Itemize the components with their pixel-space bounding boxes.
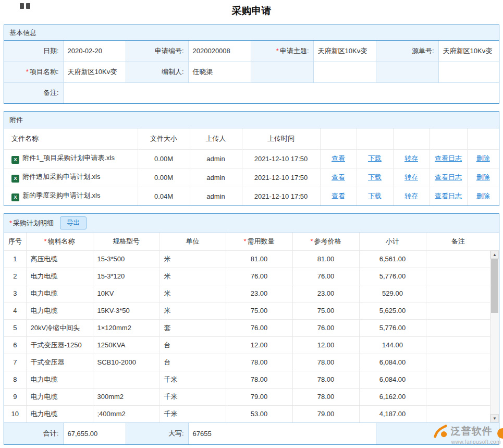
download-link[interactable]: 下载 (368, 192, 382, 200)
detail-section-bar: *采购计划明细 导出 (4, 214, 499, 233)
attachment-uploader: admin (190, 187, 242, 205)
row-material: 干式变压器-1250 (26, 336, 93, 354)
scrollbar-thumb[interactable] (491, 259, 498, 313)
view-link[interactable]: 查看 (332, 192, 345, 200)
download-link[interactable]: 下载 (368, 173, 382, 181)
amount-words-label: 大写: (126, 423, 188, 444)
row-price: 12.00 (292, 336, 359, 354)
row-spec: 15-3*120 (93, 268, 160, 285)
row-subtotal: 6,084.00 (359, 354, 426, 371)
col-seq: 序号 (4, 233, 26, 250)
excel-file-icon: X (11, 175, 19, 183)
total-label: 合计: (4, 423, 63, 444)
col-action (393, 128, 430, 149)
row-material: 干式变压器 (26, 354, 93, 371)
row-spec: 15KV-3*50 (93, 302, 160, 319)
row-price: 78.00 (292, 388, 359, 405)
row-material: 电力电缆 (26, 405, 93, 422)
detail-panel: *采购计划明细 导出 序号 *物料名称 规格型号 单位 *需用数量 *参考价格 … (4, 213, 499, 445)
scroll-up-icon[interactable]: ▲ (490, 250, 499, 259)
detail-table: 序号 *物料名称 规格型号 单位 *需用数量 *参考价格 小计 备注 1 高压电… (4, 233, 490, 422)
transfer-link[interactable]: 转存 (404, 154, 418, 162)
row-remark (426, 302, 490, 319)
row-seq: 3 (4, 285, 26, 302)
row-qty: 12.00 (226, 336, 292, 354)
row-unit: 千米 (160, 371, 226, 388)
col-qty: *需用数量 (226, 233, 292, 250)
row-material: 20kV冷缩中间头 (26, 319, 93, 336)
row-subtotal: 144.00 (359, 336, 426, 354)
date-value: 2020-02-20 (63, 41, 126, 62)
transfer-link[interactable]: 转存 (404, 192, 418, 200)
detail-scrollbar[interactable]: ▲ ▼ (490, 250, 499, 422)
row-material: 电力电缆 (26, 268, 93, 285)
row-material: 电力电缆 (26, 302, 93, 319)
detail-row: 2 电力电缆 15-3*120 米 76.00 76.00 5,776.00 (4, 268, 490, 285)
attachment-size: 0.00M (138, 168, 190, 187)
basic-info-panel: 基本信息 日期: 2020-02-20 申请编号: 2020020008 *申请… (4, 25, 499, 104)
row-seq: 1 (4, 250, 26, 268)
col-uploader: 上传人 (190, 128, 242, 149)
view-log-link[interactable]: 查看日志 (435, 154, 462, 162)
row-spec: 300mm2 (93, 388, 160, 405)
row-subtotal: 6,162.00 (359, 388, 426, 405)
delete-link[interactable]: 删除 (476, 173, 490, 181)
row-spec: 1250KVA (93, 336, 160, 354)
detail-section-title: *采购计划明细 (9, 219, 54, 228)
source-no-label: 源单号: (376, 41, 438, 62)
row-seq: 4 (4, 302, 26, 319)
empty-label-cell (376, 62, 438, 82)
row-subtotal: 529.00 (359, 285, 426, 302)
row-seq: 10 (4, 405, 26, 422)
scroll-down-icon[interactable]: ▼ (490, 414, 499, 422)
row-price: 76.00 (292, 268, 359, 285)
row-subtotal: 6,084.00 (359, 371, 426, 388)
row-seq: 8 (4, 371, 26, 388)
row-price: 78.00 (292, 354, 359, 371)
download-link[interactable]: 下载 (368, 154, 382, 162)
row-unit: 台 (160, 336, 226, 354)
row-price: 78.00 (292, 371, 359, 388)
delete-link[interactable]: 删除 (476, 192, 490, 200)
col-upload-time: 上传时间 (242, 128, 320, 149)
project-name-value: 天府新区10Kv变 (63, 62, 126, 82)
detail-table-area: 序号 *物料名称 规格型号 单位 *需用数量 *参考价格 小计 备注 1 高压电… (4, 233, 499, 422)
row-subtotal: 5,625.00 (359, 302, 426, 319)
row-qty: 78.00 (226, 371, 292, 388)
remark-label: 备注: (4, 82, 63, 103)
col-file-name: 文件名称 (4, 128, 138, 149)
export-button[interactable]: 导出 (60, 216, 87, 229)
detail-row: 6 干式变压器-1250 1250KVA 台 12.00 12.00 144.0… (4, 336, 490, 354)
attachment-size: 0.00M (138, 149, 190, 168)
row-qty: 81.00 (226, 250, 292, 268)
attachment-row: X附件1_项目采购计划申请表.xls 0.00M admin 2021-12-1… (4, 149, 499, 168)
detail-row: 3 电力电缆 10KV 米 23.00 23.00 529.00 (4, 285, 490, 302)
view-link[interactable]: 查看 (332, 173, 345, 181)
page-title: 采购申请 (0, 0, 503, 20)
empty-value-cell (313, 62, 376, 82)
row-seq: 2 (4, 268, 26, 285)
row-spec (93, 371, 160, 388)
author-label: 编制人: (126, 62, 188, 82)
row-qty: 78.00 (226, 354, 292, 371)
row-seq: 7 (4, 354, 26, 371)
row-subtotal: 4,187.00 (359, 405, 426, 422)
delete-link[interactable]: 删除 (476, 154, 490, 162)
row-spec: 1×120mm2 (93, 319, 160, 336)
row-remark (426, 336, 490, 354)
row-subtotal: 5,776.00 (359, 319, 426, 336)
author-value: 任晓渠 (188, 62, 251, 82)
transfer-link[interactable]: 转存 (404, 173, 418, 181)
view-log-link[interactable]: 查看日志 (435, 192, 462, 200)
view-link[interactable]: 查看 (332, 154, 345, 162)
col-action (320, 128, 357, 149)
attachment-time: 2021-12-10 17:50 (242, 187, 320, 205)
detail-row: 7 干式变压器 SCB10-2000 台 78.00 78.00 6,084.0… (4, 354, 490, 371)
view-log-link[interactable]: 查看日志 (435, 173, 462, 181)
attachment-row: X附件追加采购申请计划.xls 0.00M admin 2021-12-10 1… (4, 168, 499, 187)
col-unit: 单位 (160, 233, 226, 250)
row-unit: 米 (160, 268, 226, 285)
row-unit: 千米 (160, 405, 226, 422)
row-unit: 千米 (160, 388, 226, 405)
empty-value-cell (438, 62, 499, 82)
